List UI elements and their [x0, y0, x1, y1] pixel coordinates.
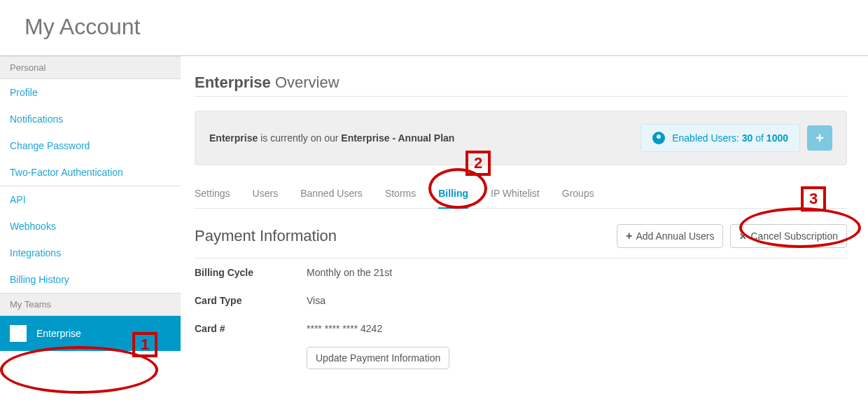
overview-title-strong: Enterprise — [195, 74, 271, 91]
info-value-card-type: Visa — [307, 295, 326, 306]
tab-users[interactable]: Users — [253, 181, 279, 208]
overview-title: Enterprise Overview — [195, 74, 847, 97]
plan-name: Enterprise — [209, 132, 258, 144]
plus-icon — [626, 230, 632, 242]
info-value-billing-cycle: Monthly on the 21st — [307, 267, 392, 278]
plan-banner-text: Enterprise is currently on our Enterpris… — [209, 132, 454, 144]
add-annual-users-label: Add Annual Users — [636, 230, 714, 242]
section-title-payment: Payment Information — [195, 227, 337, 245]
tab-banned-users[interactable]: Banned Users — [300, 181, 363, 208]
info-value-card-number: **** **** **** 4242 — [307, 323, 382, 334]
info-label-billing-cycle: Billing Cycle — [195, 267, 307, 278]
plus-icon: + — [816, 130, 824, 146]
cancel-subscription-button[interactable]: Cancel Subscription — [730, 224, 847, 248]
add-users-icon-button[interactable]: + — [807, 125, 832, 151]
tab-groups[interactable]: Groups — [562, 181, 594, 208]
team-icon — [10, 325, 27, 342]
page-title: My Account — [24, 14, 844, 40]
tabs: Settings Users Banned Users Storms Billi… — [195, 165, 847, 209]
sidebar-item-profile[interactable]: Profile — [0, 79, 181, 106]
plan-mid: is currently on our — [258, 132, 341, 144]
sidebar-item-integrations[interactable]: Integrations — [0, 240, 181, 266]
sidebar: Personal Profile Notifications Change Pa… — [0, 56, 181, 399]
sidebar-item-webhooks[interactable]: Webhooks — [0, 213, 181, 240]
close-icon — [739, 230, 747, 242]
sidebar-group-personal: Personal — [0, 56, 181, 79]
sidebar-item-api[interactable]: API — [0, 186, 181, 213]
payment-info-table: Billing Cycle Monthly on the 21st Card T… — [195, 258, 847, 369]
tab-storms[interactable]: Storms — [385, 181, 416, 208]
enabled-users-text: Enabled Users: 30 of 1000 — [672, 132, 788, 144]
plan-type: Enterprise - Annual Plan — [341, 132, 454, 144]
plan-banner: Enterprise is currently on our Enterpris… — [195, 111, 847, 165]
tab-billing[interactable]: Billing — [438, 181, 468, 209]
info-label-card-number: Card # — [195, 323, 307, 334]
user-icon — [652, 132, 665, 144]
overview-title-rest: Overview — [271, 74, 340, 91]
sidebar-item-label: Enterprise — [36, 328, 81, 339]
enabled-users-pill[interactable]: Enabled Users: 30 of 1000 — [640, 124, 800, 152]
table-row: Card Type Visa — [195, 287, 847, 315]
sidebar-item-notifications[interactable]: Notifications — [0, 106, 181, 132]
tab-settings[interactable]: Settings — [195, 181, 230, 208]
sidebar-item-change-password[interactable]: Change Password — [0, 132, 181, 159]
main-content: Enterprise Overview Enterprise is curren… — [181, 56, 868, 399]
sidebar-item-two-factor[interactable]: Two-Factor Authentication — [0, 159, 181, 186]
sidebar-item-billing-history[interactable]: Billing History — [0, 266, 181, 293]
table-row: Billing Cycle Monthly on the 21st — [195, 258, 847, 287]
update-payment-button[interactable]: Update Payment Information — [307, 347, 449, 369]
cancel-subscription-label: Cancel Subscription — [750, 230, 838, 242]
add-annual-users-button[interactable]: Add Annual Users — [617, 224, 723, 248]
sidebar-group-my-teams: My Teams — [0, 293, 181, 316]
info-label-card-type: Card Type — [195, 295, 307, 306]
table-row: Card # **** **** **** 4242 — [195, 315, 847, 343]
sidebar-item-enterprise[interactable]: Enterprise — [0, 316, 181, 351]
page-header: My Account — [0, 0, 868, 56]
tab-ip-whitelist[interactable]: IP Whitelist — [491, 181, 540, 208]
